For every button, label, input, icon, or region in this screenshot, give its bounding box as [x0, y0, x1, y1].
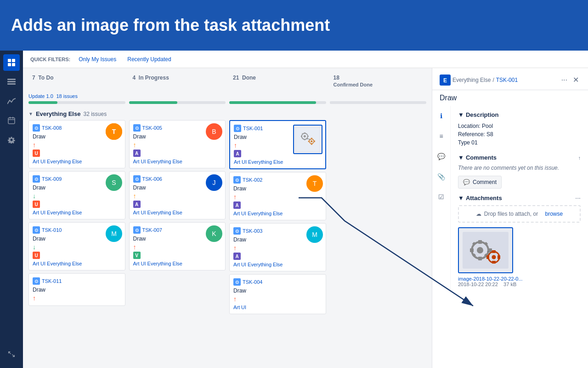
- sidebar-icon-expand[interactable]: [3, 346, 20, 362]
- attachments-label: Attachments: [466, 195, 502, 201]
- priority-icon: ↑: [133, 192, 136, 200]
- card-tsk-002[interactable]: ⊙ TSK-002 Draw ↑ A Art UI: [229, 172, 326, 220]
- sidebar-icon-settings[interactable]: [3, 132, 20, 148]
- priority-icon: ↑: [33, 141, 36, 149]
- card-id: TSK-007: [142, 227, 162, 233]
- card-subtype-icon: U: [33, 252, 40, 259]
- card-id: TSK-010: [42, 227, 62, 233]
- priority-icon: ↓: [33, 192, 36, 200]
- card-type-icon: ⊙: [33, 277, 40, 285]
- detail-icon-info[interactable]: ℹ: [437, 109, 445, 122]
- detail-icon-list[interactable]: ≡: [436, 130, 446, 143]
- svg-rect-7: [8, 118, 15, 124]
- swimlane-header-everything-else[interactable]: ▼ Everything Else 32 issues: [28, 108, 426, 120]
- sidebar-icon-calendar[interactable]: [3, 112, 20, 129]
- card-tsk-011[interactable]: ⊙ TSK-011 Draw ↑: [28, 273, 125, 306]
- svg-text:T: T: [312, 180, 317, 187]
- detail-panel: E Everything Else / TSK-001 ··· ✕ Draw: [432, 68, 588, 368]
- card-title: Draw: [233, 288, 322, 294]
- card-tags: Art UI Everything Else: [33, 261, 121, 266]
- quick-filters-label: QUICK FILTERS:: [30, 57, 70, 62]
- detail-icon-comment[interactable]: 💬: [435, 150, 448, 163]
- detail-icon-attach[interactable]: 📎: [435, 170, 448, 183]
- col-header-in-progress: 4 In Progress: [129, 72, 226, 90]
- detail-breadcrumb: E Everything Else / TSK-001: [440, 75, 518, 86]
- progress-bar-confirmed: [330, 101, 427, 104]
- comment-sort-icon[interactable]: ↑: [578, 155, 581, 161]
- svg-text:T: T: [112, 128, 116, 135]
- card-tags: Art UI Everything Else: [133, 159, 222, 164]
- attachments-section-header: ▼ Attachments ···: [458, 194, 581, 201]
- card-tags: Art UI Everything Else: [233, 211, 322, 216]
- svg-rect-39: [478, 240, 482, 244]
- sidebar-icon-reports[interactable]: [3, 93, 20, 109]
- breadcrumb-project: Everything Else: [452, 77, 491, 83]
- card-subtype-icon: A: [233, 253, 241, 260]
- card-type-icon: ⊙: [33, 175, 40, 183]
- card-subtype-icon: A: [133, 150, 141, 157]
- svg-text:K: K: [212, 230, 216, 237]
- svg-rect-6: [7, 83, 16, 85]
- card-tsk-003[interactable]: ⊙ TSK-003 Draw ↑ A Art UI: [229, 223, 326, 271]
- card-tsk-010[interactable]: ⊙ TSK-010 Draw ↓ U Art UI: [28, 222, 125, 270]
- detail-icon-checklist[interactable]: ☑: [435, 190, 447, 203]
- attachment-thumb[interactable]: [458, 227, 513, 273]
- priority-icon: ↑: [233, 193, 237, 201]
- breadcrumb-issue[interactable]: TSK-001: [496, 77, 518, 83]
- card-id: TSK-008: [42, 125, 62, 131]
- card-tags: Art UI: [233, 305, 322, 310]
- card-avatar: J: [206, 174, 222, 192]
- sidebar-icon-backlog[interactable]: [3, 74, 20, 90]
- svg-text:M: M: [111, 230, 117, 237]
- card-tsk-006[interactable]: ⊙ TSK-006 Draw ↑ A Art UI: [129, 171, 226, 219]
- column-headers: 7 To Do 4 In Progress 21 Done 18 Confirm…: [23, 68, 432, 90]
- browse-link[interactable]: browse: [545, 211, 563, 217]
- card-title: Draw: [33, 287, 121, 293]
- card-type-icon: ⊙: [33, 124, 40, 132]
- attachment-filename[interactable]: image-2018-10-22-20-22-0...: [458, 276, 581, 282]
- drop-zone[interactable]: ☁ Drop files to attach, or browse: [458, 205, 581, 223]
- card-tsk-001[interactable]: ⊙ TSK-001 Draw ↑ A Art: [229, 120, 326, 169]
- card-tsk-007[interactable]: ⊙ TSK-007 Draw ↑ V Art UI: [129, 222, 226, 270]
- detail-more-btn[interactable]: ···: [560, 74, 569, 86]
- quick-filter-my-issues[interactable]: Only My Issues: [76, 55, 119, 63]
- card-avatar: K: [206, 225, 222, 243]
- priority-icon: ↓: [33, 243, 36, 251]
- priority-icon: ↑: [233, 295, 237, 303]
- comments-chevron: ▼: [458, 154, 464, 161]
- detail-main-content: ▼ Description Location: Pool Reference: …: [451, 106, 588, 293]
- banner-text: Adds an image from the task attachment: [11, 16, 330, 35]
- card-tags: Art UI Everything Else: [233, 262, 322, 267]
- svg-point-28: [311, 140, 312, 142]
- card-id: TSK-002: [243, 177, 262, 183]
- priority-icon: ↑: [33, 294, 36, 302]
- card-type-icon: ⊙: [233, 278, 241, 286]
- detail-actions: ··· ✕: [560, 74, 581, 86]
- sidebar-icon-board[interactable]: [3, 54, 20, 71]
- card-id: TSK-011: [42, 278, 62, 284]
- progress-bar-inprogress: [129, 101, 226, 104]
- comment-btn-label: Comment: [473, 179, 497, 185]
- card-subtype-icon: U: [33, 201, 40, 208]
- card-id: TSK-004: [243, 279, 262, 285]
- quick-filters-bar: QUICK FILTERS: Only My Issues Recently U…: [23, 51, 588, 68]
- sidebar: [0, 51, 23, 368]
- no-comments-text: There are no comments yet on this issue.: [458, 165, 581, 171]
- card-tsk-008[interactable]: ⊙ TSK-008 Draw ↑ U Art UI: [28, 120, 125, 168]
- attachments-more-btn[interactable]: ···: [575, 194, 581, 201]
- svg-text:S: S: [112, 179, 116, 186]
- comment-icon: 💬: [463, 179, 470, 185]
- detail-close-btn[interactable]: ✕: [571, 74, 581, 86]
- svg-rect-36: [463, 232, 509, 269]
- card-subtype-icon: U: [33, 150, 40, 157]
- quick-filter-recently-updated[interactable]: Recently Updated: [124, 55, 174, 63]
- card-tsk-005[interactable]: ⊙ TSK-005 Draw ↑ A Art UI: [129, 120, 226, 168]
- col-header-done: 21 Done: [229, 72, 326, 90]
- swimlane-count: 32 issues: [83, 111, 107, 117]
- attachment-item: image-2018-10-22-20-22-0... 2018-10-22 2…: [458, 227, 581, 287]
- card-type-icon: ⊙: [33, 226, 40, 234]
- svg-rect-24: [296, 128, 319, 151]
- comment-button[interactable]: 💬 Comment: [458, 176, 502, 189]
- card-tsk-004[interactable]: ⊙ TSK-004 Draw ↑ Art UI: [229, 274, 326, 314]
- card-tsk-009[interactable]: ⊙ TSK-009 Draw ↓ U Art UI: [28, 171, 125, 219]
